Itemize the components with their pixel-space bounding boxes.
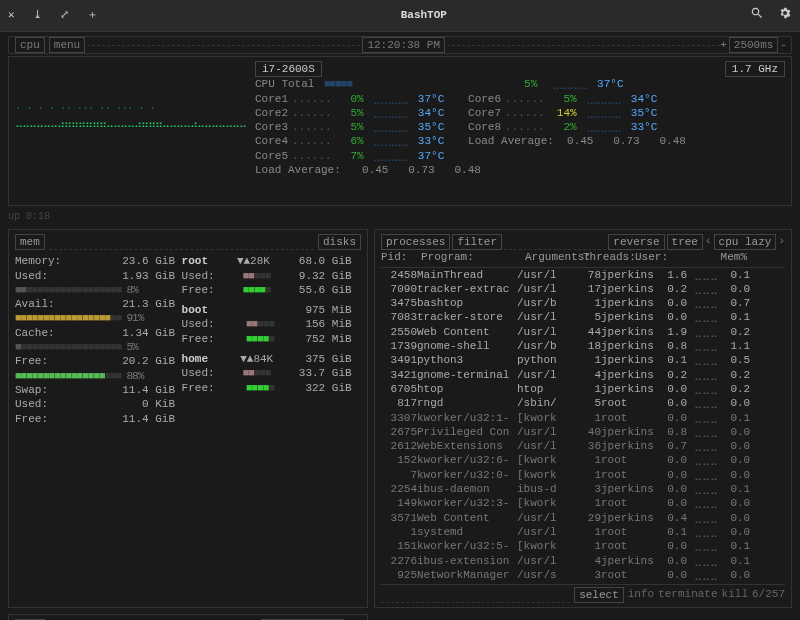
refresh-rate: 2500ms xyxy=(729,37,779,53)
window-title: BashTOP xyxy=(98,8,750,22)
maximize-icon[interactable]: ⤢ xyxy=(60,8,69,22)
table-row[interactable]: 2254 ibus-daemonibus-d3 jperkins0.0 ⣀⣀⣀ … xyxy=(381,482,785,496)
proc-footer: select info terminate kill 6/257 xyxy=(381,584,785,603)
minimize-icon[interactable]: ⤓ xyxy=(33,8,42,22)
cpu-total-label: CPU Total xyxy=(255,77,314,91)
refresh-minus[interactable]: - xyxy=(780,38,787,52)
table-row[interactable]: 2675 Privileged Con/usr/l40 jperkins0.8 … xyxy=(381,425,785,439)
table-row[interactable]: 6705 htophtop1 jperkins0.0 ⣀⣀⣀ 0.2 xyxy=(381,382,785,396)
processes-panel: processes filter reverse tree ‹ cpu lazy… xyxy=(374,229,792,608)
cpu-freq: 1.7 GHz xyxy=(725,61,785,77)
tree-tag[interactable]: tree xyxy=(667,234,703,250)
cpu-name: i7-2600S xyxy=(255,61,322,77)
table-row[interactable]: 1 systemd/usr/l1 root0.1 ⣀⣀⣀ 0.0 xyxy=(381,525,785,539)
proc-position: 6/257 xyxy=(752,587,785,603)
filter-tag[interactable]: filter xyxy=(452,234,502,250)
table-row[interactable]: 3571 Web Content/usr/l29 jperkins0.4 ⣀⣀⣀… xyxy=(381,511,785,525)
uptime: up 0:18 xyxy=(8,210,792,223)
cpu-total-pct: 5% xyxy=(524,77,537,91)
select-btn[interactable]: select xyxy=(574,587,624,603)
new-tab-icon[interactable]: ＋ xyxy=(87,8,98,22)
load-label: Load Average: xyxy=(255,163,341,177)
titlebar: ✕ ⤓ ⤢ ＋ BashTOP xyxy=(0,0,800,32)
net-panel: net ‹b wlp0s29u1u2 n› 10K ⢀ ⡀ ⢀ ⡀⢀⡀ ⢀⡀⢀⡀… xyxy=(8,614,368,620)
table-row[interactable]: 2550 Web Content/usr/l44 jperkins1.9 ⣀⣀⣀… xyxy=(381,325,785,339)
memory-label: Memory: xyxy=(15,254,61,268)
refresh-plus[interactable]: + xyxy=(720,38,727,52)
table-row[interactable]: 2276 ibus-extension/usr/l4 jperkins0.0 ⣀… xyxy=(381,554,785,568)
load-avg: 0.45 0.73 0.48 xyxy=(362,163,481,177)
disks-tag[interactable]: disks xyxy=(318,234,361,250)
table-row[interactable]: 3307 kworker/u32:1-[kwork1 root0.0 ⣀⣀⣀ 0… xyxy=(381,411,785,425)
table-row[interactable]: 925 NetworkManager/usr/s3 root0.0 ⣀⣀⣀ 0.… xyxy=(381,568,785,582)
proc-header: Pid: Program: Arguments: Threads: User: … xyxy=(381,250,785,267)
table-row[interactable]: 7083 tracker-store/usr/l5 jperkins0.0 ⣀⣀… xyxy=(381,310,785,324)
table-row[interactable]: 152 kworker/u32:6-[kwork1 root0.0 ⣀⣀⣀ 0.… xyxy=(381,453,785,467)
table-row[interactable]: 7 kworker/u32:0-[kwork1 root0.0 ⣀⣀⣀ 0.0 xyxy=(381,468,785,482)
menu-tag[interactable]: menu xyxy=(49,37,85,53)
reverse-tag[interactable]: reverse xyxy=(608,234,664,250)
table-row[interactable]: 2458 MainThread/usr/l78 jperkins1.6 ⣀⣀⣀ … xyxy=(381,268,785,282)
table-row[interactable]: 149 kworker/u32:3-[kwork1 root0.0 ⣀⣀⣀ 0.… xyxy=(381,496,785,510)
table-row[interactable]: 151 kworker/u32:5-[kwork1 root0.0 ⣀⣀⣀ 0.… xyxy=(381,539,785,553)
cpu-panel: · · · · ·· ··· ·· ··· · · ⣀⣀⣀⣀⣀⣀⣠⣤⣤⣤⣤⣤⣤⣀… xyxy=(8,56,792,206)
table-row[interactable]: 3421 gnome-terminal/usr/l4 jperkins0.2 ⣀… xyxy=(381,368,785,382)
table-row[interactable]: 7090 tracker-extrac/usr/l17 jperkins0.2 … xyxy=(381,282,785,296)
table-row[interactable]: 817 rngd/sbin/5 root0.0 ⣀⣀⣀ 0.0 xyxy=(381,396,785,410)
status-bar: cpu menu 12:20:38 PM + 2500ms - xyxy=(8,36,792,54)
memory-val: 23.6 GiB xyxy=(122,254,175,268)
table-row[interactable]: 3491 python3python1 jperkins0.1 ⣀⣀⣀ 0.5 xyxy=(381,353,785,367)
search-icon[interactable] xyxy=(750,6,764,24)
table-row[interactable]: 1739 gnome-shell/usr/b18 jperkins0.8 ⣀⣀⣀… xyxy=(381,339,785,353)
sort-tag[interactable]: cpu lazy xyxy=(714,234,777,250)
proc-tag[interactable]: processes xyxy=(381,234,450,250)
cpu-total-temp: 37°C xyxy=(597,77,623,91)
cpu-tag[interactable]: cpu xyxy=(15,37,45,53)
table-row[interactable]: 2612 WebExtensions/usr/l36 jperkins0.7 ⣀… xyxy=(381,439,785,453)
cpu-total-bar: ■■■■■ xyxy=(318,77,520,91)
close-icon[interactable]: ✕ xyxy=(8,8,15,22)
mem-panel: mem disks Memory:23.6 GiB Used:1.93 GiB … xyxy=(8,229,368,608)
cpu-graph: · · · · ·· ··· ·· ··· · · ⣀⣀⣀⣀⣀⣀⣠⣤⣤⣤⣤⣤⣤⣀… xyxy=(15,61,255,199)
clock: 12:20:38 PM xyxy=(362,37,445,53)
gear-icon[interactable] xyxy=(778,6,792,24)
table-row[interactable]: 3475 bashtop/usr/b1 jperkins0.0 ⣀⣀⣀ 0.7 xyxy=(381,296,785,310)
mem-tag[interactable]: mem xyxy=(15,234,45,250)
